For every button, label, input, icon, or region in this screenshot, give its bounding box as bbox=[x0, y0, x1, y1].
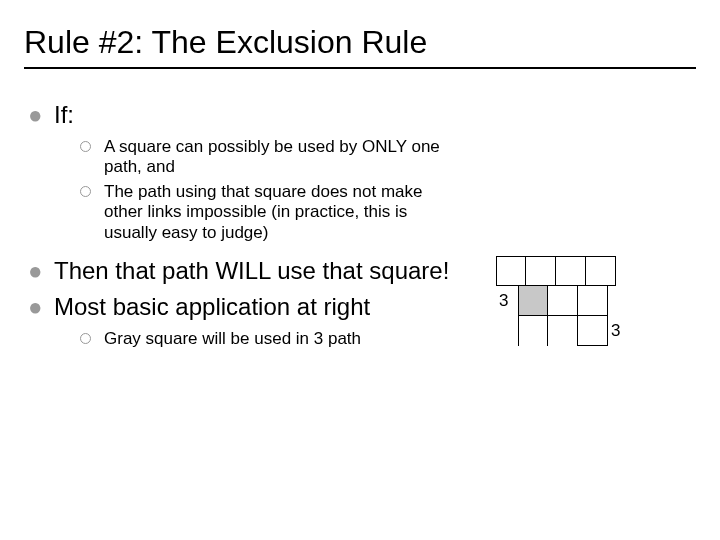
grid-cell bbox=[578, 286, 608, 316]
grid-cell bbox=[556, 256, 586, 286]
disc-bullet-icon: ● bbox=[28, 293, 54, 321]
sub-bullet-text: Gray square will be used in 3 path bbox=[104, 329, 361, 349]
grid-cell-gray bbox=[518, 286, 548, 316]
disc-bullet-icon: ● bbox=[28, 257, 54, 285]
grid-row bbox=[496, 256, 630, 286]
row-label: 3 bbox=[608, 316, 630, 346]
grid-cell bbox=[548, 286, 578, 316]
sub-bullet-text: A square can possibly be used by ONLY on… bbox=[104, 137, 450, 178]
ring-bullet-icon bbox=[80, 182, 104, 243]
ring-bullet-icon bbox=[80, 137, 104, 178]
bullet-then-text: Then that path WILL use that square! bbox=[54, 257, 449, 285]
disc-bullet-icon: ● bbox=[28, 101, 54, 129]
bullet-most: ● Most basic application at right bbox=[28, 293, 450, 321]
grid-cell bbox=[518, 316, 548, 346]
content-area: ● If: A square can possibly be used by O… bbox=[0, 101, 450, 349]
grid-row: 3 bbox=[496, 316, 630, 346]
slide-title: Rule #2: The Exclusion Rule bbox=[0, 0, 720, 67]
sub-bullet: A square can possibly be used by ONLY on… bbox=[80, 137, 450, 178]
ring-bullet-icon bbox=[80, 329, 104, 349]
grid-row: 3 bbox=[496, 286, 630, 316]
grid-cell bbox=[548, 316, 578, 346]
sub-bullet: The path using that square does not make… bbox=[80, 182, 450, 243]
grid-cell bbox=[496, 256, 526, 286]
sub-bullet: Gray square will be used in 3 path bbox=[80, 329, 450, 349]
example-grid: 3 3 bbox=[496, 256, 630, 346]
grid-cell bbox=[578, 316, 608, 346]
bullet-then: ● Then that path WILL use that square! bbox=[28, 257, 450, 285]
bullet-if: ● If: bbox=[28, 101, 450, 129]
row-label: 3 bbox=[496, 286, 518, 316]
title-divider bbox=[24, 67, 696, 69]
sub-bullet-text: The path using that square does not make… bbox=[104, 182, 450, 243]
bullet-if-text: If: bbox=[54, 101, 74, 129]
bullet-most-text: Most basic application at right bbox=[54, 293, 370, 321]
grid-cell bbox=[586, 256, 616, 286]
grid-cell bbox=[526, 256, 556, 286]
row-spacer bbox=[496, 316, 518, 346]
